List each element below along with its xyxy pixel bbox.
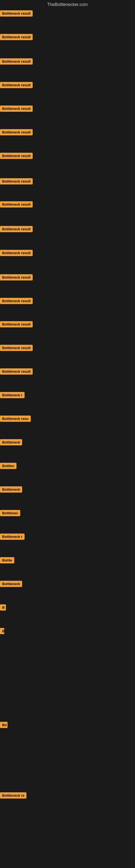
bottleneck-badge: Bottleneck r	[0, 392, 25, 398]
bottleneck-result-item: Bottleneck result	[0, 58, 33, 66]
bottleneck-result-item: Bo	[0, 722, 8, 729]
bottleneck-result-item: Bottleneck result	[0, 105, 33, 113]
bottleneck-result-item: Bottleneck result	[0, 129, 33, 136]
bottleneck-badge: Bottleneck	[0, 581, 22, 587]
bottleneck-badge: Bottleneck result	[0, 250, 33, 256]
bottleneck-result-item: Bottleneck resu	[0, 415, 31, 423]
bottleneck-result-item: Bottlen	[0, 463, 16, 470]
bottleneck-badge: Bottleneck result	[0, 226, 33, 232]
bottleneck-result-item: Bottleneck result	[0, 345, 33, 352]
bottleneck-badge: Bottleneck	[0, 486, 22, 493]
bottleneck-badge: Bottleneck result	[0, 321, 33, 328]
bottleneck-badge: Bottleneck r	[0, 533, 25, 540]
bottleneck-badge: Bottleneck result	[0, 178, 33, 184]
bottleneck-badge: Bottleneck	[0, 439, 22, 445]
bottleneck-badge: Bottleneck resu	[0, 415, 31, 422]
bottleneck-result-item: Bottleneck	[0, 486, 22, 494]
bottleneck-result-item: Bottleneck	[0, 439, 22, 446]
bottleneck-badge: Bottle	[0, 557, 14, 563]
bottleneck-result-item: Bottleneck result	[0, 82, 33, 89]
bottleneck-result-item: Bottleneck result	[0, 368, 33, 376]
bottleneck-result-item: B	[0, 604, 6, 612]
bottleneck-result-item: Bottleneck result	[0, 321, 33, 329]
bottleneck-result-item: Bottleneck result	[0, 298, 33, 305]
bottleneck-badge: Bottleneck re	[0, 792, 27, 799]
bottleneck-result-item: Bottleneck	[0, 581, 22, 588]
bottleneck-result-item: Bottle	[0, 557, 14, 564]
bottleneck-badge: Bottleneck result	[0, 129, 33, 135]
site-title: TheBottlenecker.com	[0, 0, 135, 10]
bottleneck-result-item: Bottleneck result	[0, 274, 33, 282]
bottleneck-result-item: Bottleneck result	[0, 201, 33, 209]
bottleneck-result-item: Bottleneck result	[0, 250, 33, 257]
bottleneck-badge: Bottleneck result	[0, 368, 33, 375]
bottleneck-badge: Bottleneck result	[0, 201, 33, 208]
bottleneck-badge: Bottleneck result	[0, 82, 33, 88]
bottleneck-badge: Bottleneck result	[0, 274, 33, 280]
bottleneck-badge: Bottleneck result	[0, 153, 33, 159]
bottleneck-result-item: Bottleneck result	[0, 34, 33, 41]
bottleneck-badge: Bottleneck result	[0, 58, 33, 65]
bottleneck-badge: Bottleneck result	[0, 10, 33, 17]
bottleneck-result-item: Bottleneck r	[0, 533, 25, 541]
bottleneck-badge: Bo	[0, 722, 8, 728]
bottleneck-badge: Bottleneck result	[0, 345, 33, 351]
bottleneck-result-item: B	[0, 628, 4, 635]
bottleneck-badge: B	[0, 604, 6, 611]
bottleneck-result-item: Bottlenec	[0, 510, 20, 517]
bottleneck-result-item: Bottleneck re	[0, 792, 27, 800]
bottleneck-badge: Bottleneck result	[0, 34, 33, 40]
bottleneck-badge: Bottlenec	[0, 510, 20, 516]
bottleneck-badge: Bottlen	[0, 463, 16, 469]
bottleneck-result-item: Bottleneck result	[0, 153, 33, 160]
bottleneck-badge: Bottleneck result	[0, 105, 33, 112]
bottleneck-result-item: Bottleneck result	[0, 226, 33, 233]
bottleneck-badge: Bottleneck result	[0, 298, 33, 304]
bottleneck-badge: B	[0, 628, 4, 634]
bottleneck-result-item: Bottleneck result	[0, 10, 33, 18]
bottleneck-result-item: Bottleneck r	[0, 392, 25, 399]
bottleneck-result-item: Bottleneck result	[0, 178, 33, 186]
